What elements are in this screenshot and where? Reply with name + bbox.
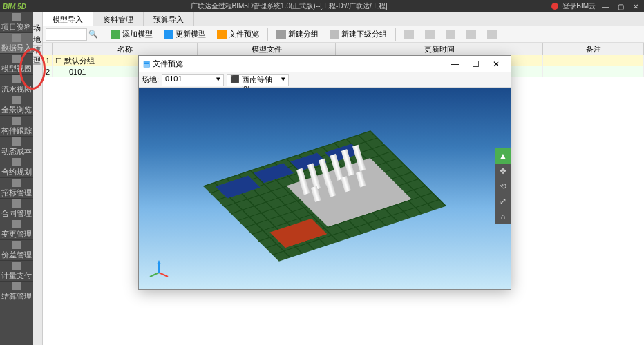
track-icon [12, 117, 21, 125]
window-title: 广联达全过程BIM5D管理系统1.0(正式版)--[工程-D://广联达/工程] [26, 1, 551, 11]
svg-line-0 [159, 273, 168, 277]
scene-select[interactable]: 0101▾ [162, 74, 224, 86]
measure-icon [12, 262, 21, 270]
3d-viewport[interactable]: ▲ ✥ ⟲ ⤢ ⌂ [139, 88, 511, 289]
sidebar-item-track[interactable]: 构件跟踪 [0, 116, 33, 137]
tool-icon-2[interactable] [420, 28, 439, 41]
pan-tool[interactable]: ✥ [495, 164, 511, 179]
tab-material[interactable]: 资料管理 [93, 12, 144, 26]
contract-icon [12, 199, 21, 208]
toolbar: 🔍 添加模型 更新模型 文件预览 新建分组 新建下级分组 [43, 26, 644, 43]
new-subgroup-button[interactable]: 新建下级分组 [325, 27, 392, 41]
flow-icon [12, 75, 21, 83]
eye-icon [217, 30, 227, 39]
sidebar-item-cost[interactable]: 动态成本 [0, 137, 33, 157]
generic-icon [446, 30, 455, 39]
change-icon [12, 220, 21, 228]
sidebar-item-contract[interactable]: 合同管理 [0, 199, 33, 219]
plot-blue [216, 175, 261, 198]
tab-model-import[interactable]: 模型导入 [43, 12, 93, 26]
viewport-tools: ▲ ✥ ⟲ ⤢ ⌂ [495, 148, 511, 224]
plot-blue [254, 163, 294, 183]
svg-marker-3 [157, 260, 161, 264]
globe-icon [12, 96, 21, 104]
chevron-down-icon: ▾ [281, 75, 285, 86]
col-num [43, 43, 53, 55]
diff-icon [12, 241, 21, 249]
left-strip[interactable]: 场 地 模 型 [33, 12, 43, 345]
strip-1: 地 [33, 23, 42, 34]
dialog-maximize-button[interactable]: ☐ [465, 57, 486, 71]
sidebar-item-flowview[interactable]: 流水视图 [0, 75, 33, 95]
dialog-close-button[interactable]: ✕ [486, 57, 506, 71]
doc-icon [12, 13, 21, 21]
sidebar-item-modelview[interactable]: 模型视图 [0, 54, 33, 75]
add-model-button[interactable]: 添加模型 [106, 27, 158, 41]
close-button[interactable]: ✕ [630, 1, 641, 11]
search-icon[interactable]: 🔍 [88, 30, 98, 39]
preview-button[interactable]: 文件预览 [212, 27, 264, 41]
scene-label: 场地: [142, 75, 159, 85]
maximize-button[interactable]: ▢ [615, 1, 626, 11]
dialog-toolbar: 场地: 0101▾ ⬛西南等轴测▾ [139, 72, 511, 88]
tab-budget[interactable]: 预算导入 [144, 12, 194, 26]
sidebar-item-dataimport[interactable]: 数据导入 [0, 33, 33, 54]
minimize-button[interactable]: — [600, 1, 611, 11]
strip-3: 型 [33, 46, 42, 57]
folder-icon [276, 30, 286, 39]
brand: BIM 5D [3, 3, 26, 10]
zoom-tool[interactable]: ⤢ [495, 194, 511, 209]
col-file: 模型文件 [198, 43, 336, 55]
sidebar-item-panorama[interactable]: 全景浏览 [0, 95, 33, 116]
cube-icon [12, 55, 21, 63]
strip-2: 模 [33, 34, 42, 46]
svg-line-1 [150, 273, 159, 277]
tool-icon-5[interactable] [482, 28, 502, 41]
sidebar-item-pricediff[interactable]: 价差管理 [0, 240, 33, 261]
col-time: 更新时间 [336, 43, 543, 55]
dialog-title: 文件预览 [153, 59, 183, 69]
dialog-titlebar: ▤文件预览 — ☐ ✕ [139, 56, 511, 72]
generic-icon [466, 30, 476, 39]
generic-icon [487, 30, 497, 39]
sidebar-item-change[interactable]: 变更管理 [0, 219, 33, 240]
titlebar-right: 登录BIM云 — ▢ ✕ [551, 1, 641, 11]
sidebar-item-contract-plan[interactable]: 合约规划 [0, 157, 33, 178]
separator [102, 28, 102, 41]
home-tool[interactable]: ⌂ [495, 209, 511, 224]
view-icon: ⬛ [230, 75, 240, 86]
subfolder-icon [330, 30, 339, 39]
bid-icon [12, 179, 21, 187]
orbit-tool[interactable]: ⟲ [495, 179, 511, 194]
col-note: 备注 [543, 43, 644, 55]
sidebar-item-settle[interactable]: 结算管理 [0, 282, 33, 302]
update-model-button[interactable]: 更新模型 [159, 27, 211, 41]
grid-header: 名称 模型文件 更新时间 备注 [43, 43, 644, 55]
tool-icon-3[interactable] [441, 28, 460, 41]
tool-icon-1[interactable] [399, 28, 419, 41]
refresh-icon [164, 30, 173, 39]
select-tool[interactable]: ▲ [495, 148, 511, 164]
plan-icon [12, 158, 21, 166]
sidebar-item-measure[interactable]: 计量支付 [0, 261, 33, 282]
titlebar: BIM 5D 广联达全过程BIM5D管理系统1.0(正式版)--[工程-D://… [0, 0, 644, 12]
search-input[interactable] [46, 28, 87, 41]
plus-icon [111, 30, 120, 39]
sidebar-item-bid[interactable]: 招标管理 [0, 178, 33, 199]
cost-icon [12, 137, 21, 146]
sidebar-item-project[interactable]: 项目资料 [0, 12, 33, 33]
view-select[interactable]: ⬛西南等轴测▾ [227, 74, 289, 86]
tool-icon-4[interactable] [462, 28, 481, 41]
dialog-minimize-button[interactable]: — [444, 57, 465, 71]
sidebar: 项目资料 数据导入 模型视图 流水视图 全景浏览 构件跟踪 动态成本 合约规划 … [0, 12, 33, 345]
new-group-button[interactable]: 新建分组 [272, 27, 323, 41]
plot-red [269, 219, 327, 248]
import-icon [12, 34, 21, 42]
tabs: 模型导入 资料管理 预算导入 [43, 12, 644, 26]
separator [267, 28, 268, 41]
separator [395, 28, 396, 41]
app-icon: ▤ [143, 59, 150, 68]
login-link[interactable]: 登录BIM云 [562, 1, 596, 11]
col-name: 名称 [53, 43, 198, 55]
settle-icon [12, 282, 21, 290]
